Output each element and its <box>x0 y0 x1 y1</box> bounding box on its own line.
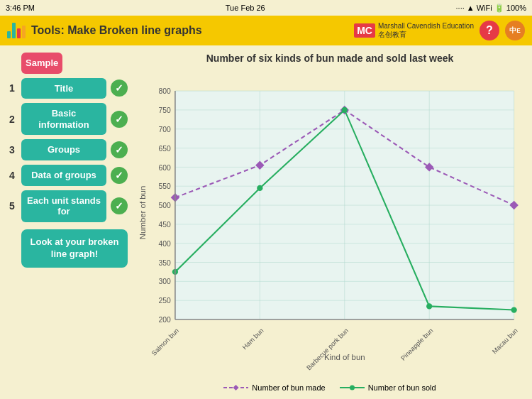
step-row-4: 4 Data of groups ✓ <box>7 165 128 186</box>
svg-text:350: 350 <box>158 259 171 267</box>
lang-button[interactable]: 中E <box>505 21 525 40</box>
app-title: Tools: Make Broken line graphs <box>31 24 202 37</box>
sold-point-4 <box>426 303 432 309</box>
step-button-groups[interactable]: Groups <box>21 139 106 160</box>
svg-text:400: 400 <box>158 240 171 248</box>
step-num-5: 5 <box>7 200 17 212</box>
svg-text:Salmon bun: Salmon bun <box>150 327 180 357</box>
header-right: MC Marshall Cavendish Education名创教育 ? 中E <box>354 21 525 40</box>
step-num-3: 3 <box>7 144 17 155</box>
svg-text:700: 700 <box>158 126 171 133</box>
status-bar: 3:46 PM Tue Feb 26 ···· ▲ WiFi 🔋 100% <box>0 0 532 16</box>
svg-text:450: 450 <box>158 221 171 229</box>
svg-text:750: 750 <box>158 106 171 114</box>
status-date: Tue Feb 26 <box>226 4 265 12</box>
sidebar: Sample 1 Title ✓ 2 Basic information ✓ 3… <box>0 45 135 399</box>
mc-logo-text: Marshall Cavendish Education名创教育 <box>378 22 474 39</box>
mc-logo-icon: MC <box>354 23 375 38</box>
step-row-5: 5 Each unit stands for ✓ <box>7 190 128 222</box>
step-button-basic-info[interactable]: Basic information <box>21 103 106 135</box>
sample-row: Sample <box>7 53 128 74</box>
main-layout: Sample 1 Title ✓ 2 Basic information ✓ 3… <box>0 45 532 399</box>
chart-container: 800 750 700 650 600 550 500 450 400 350 … <box>138 68 521 379</box>
chart-legend: Number of bun made Number of bun sold <box>138 383 521 392</box>
mc-logo: MC Marshall Cavendish Education名创教育 <box>354 22 474 39</box>
step-row-1: 1 Title ✓ <box>7 78 128 99</box>
check-icon-3: ✓ <box>111 141 128 158</box>
status-time: 3:46 PM <box>6 4 35 12</box>
header-left: Tools: Make Broken line graphs <box>7 23 202 38</box>
svg-text:200: 200 <box>158 316 171 324</box>
svg-text:Number of bun: Number of bun <box>138 186 147 239</box>
look-row: Look at your broken line graph! <box>7 226 128 268</box>
svg-text:300: 300 <box>158 278 171 285</box>
sold-point-3 <box>342 107 348 113</box>
legend-sold-label: Number of bun sold <box>368 383 436 392</box>
chart-title: Number of six kinds of bun made and sold… <box>138 53 521 64</box>
step-button-unit[interactable]: Each unit stands for <box>21 190 106 222</box>
svg-text:Kind of bun: Kind of bun <box>324 353 365 361</box>
svg-text:500: 500 <box>158 202 171 209</box>
legend-made-label: Number of bun made <box>252 383 325 392</box>
header-bars-icon <box>7 23 26 38</box>
svg-marker-42 <box>233 385 239 390</box>
step-num-2: 2 <box>7 114 17 125</box>
legend-made-line <box>223 384 248 391</box>
step-button-data-groups[interactable]: Data of groups <box>21 165 106 186</box>
legend-made: Number of bun made <box>223 383 325 392</box>
legend-sold: Number of bun sold <box>340 383 436 392</box>
sample-button[interactable]: Sample <box>21 53 62 74</box>
step-num-1: 1 <box>7 82 17 94</box>
svg-text:550: 550 <box>158 182 171 190</box>
step-button-title[interactable]: Title <box>21 78 106 99</box>
svg-text:Macau bun: Macau bun <box>491 327 519 356</box>
sold-point-5 <box>511 307 516 312</box>
sold-point-2 <box>257 185 262 191</box>
status-icons: ···· ▲ WiFi 🔋 100% <box>456 4 526 13</box>
check-icon-2: ✓ <box>111 111 128 128</box>
legend-sold-line <box>340 384 365 391</box>
step-num-4: 4 <box>7 170 17 181</box>
svg-text:650: 650 <box>158 145 171 153</box>
check-icon-4: ✓ <box>111 167 128 184</box>
svg-text:600: 600 <box>158 164 171 172</box>
step-row-3: 3 Groups ✓ <box>7 139 128 160</box>
svg-text:250: 250 <box>158 297 171 305</box>
step-row-2: 2 Basic information ✓ <box>7 103 128 135</box>
check-icon-5: ✓ <box>111 197 128 214</box>
svg-text:800: 800 <box>158 87 171 95</box>
svg-text:Pineapple bun: Pineapple bun <box>399 327 434 362</box>
app-header: Tools: Make Broken line graphs MC Marsha… <box>0 16 532 45</box>
chart-svg: 800 750 700 650 600 550 500 450 400 350 … <box>138 68 521 379</box>
look-button[interactable]: Look at your broken line graph! <box>21 229 128 268</box>
chart-area: Number of six kinds of bun made and sold… <box>135 45 532 399</box>
svg-text:Barbecue pork bun: Barbecue pork bun <box>305 327 350 372</box>
svg-point-44 <box>350 386 355 390</box>
svg-text:Ham bun: Ham bun <box>241 327 265 351</box>
help-button[interactable]: ? <box>480 21 499 40</box>
check-icon-1: ✓ <box>111 80 128 97</box>
